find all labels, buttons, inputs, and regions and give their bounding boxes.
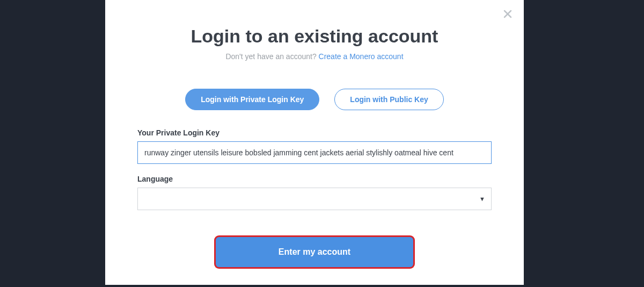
submit-button-label: Enter my account — [279, 247, 350, 256]
private-key-input[interactable] — [137, 141, 492, 164]
enter-account-button[interactable]: Enter my account — [216, 237, 413, 267]
close-icon — [503, 10, 512, 20]
private-key-label: Your Private Login Key — [137, 128, 492, 137]
private-key-group: Your Private Login Key — [137, 128, 492, 164]
submit-row: Enter my account — [137, 237, 492, 267]
tab-private-key[interactable]: Login with Private Login Key — [185, 89, 319, 110]
tab-private-key-label: Login with Private Login Key — [201, 95, 304, 104]
subtitle-text: Don't yet have an account? — [225, 52, 318, 61]
login-modal: Login to an existing account Don't yet h… — [105, 0, 524, 285]
modal-subtitle: Don't yet have an account? Create a Mone… — [137, 52, 492, 61]
close-button[interactable] — [502, 10, 513, 20]
language-label: Language — [137, 175, 492, 183]
language-group: Language ▼ — [137, 175, 492, 210]
language-select[interactable] — [137, 188, 492, 210]
create-account-link[interactable]: Create a Monero account — [319, 52, 404, 61]
tab-public-key-label: Login with Public Key — [350, 95, 428, 104]
login-method-tabs: Login with Private Login Key Login with … — [137, 89, 492, 110]
language-select-wrap: ▼ — [137, 188, 492, 210]
modal-title: Login to an existing account — [137, 26, 492, 47]
tab-public-key[interactable]: Login with Public Key — [334, 89, 443, 110]
